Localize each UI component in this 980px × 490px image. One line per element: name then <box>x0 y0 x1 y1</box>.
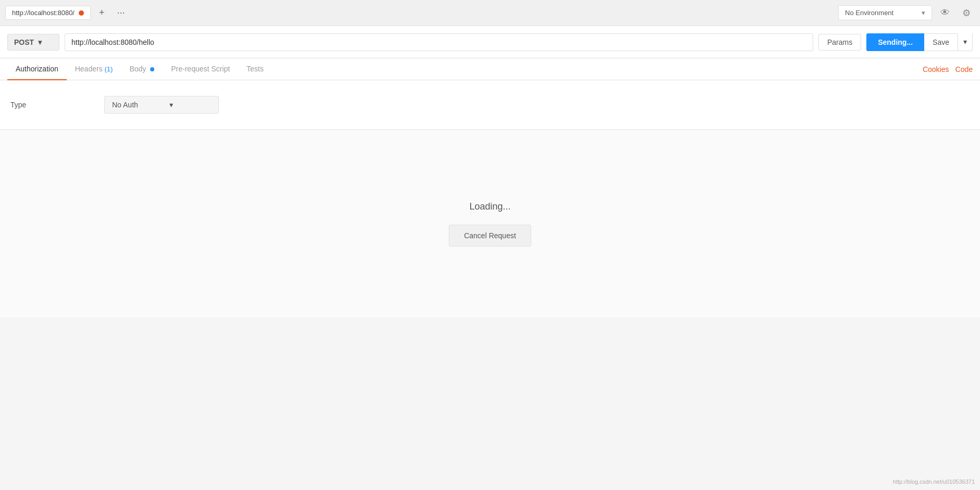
tab-body[interactable]: Body <box>121 58 163 80</box>
active-tab[interactable]: http://localhost:8080/ <box>5 6 91 20</box>
auth-type-value: No Auth <box>112 101 138 109</box>
headers-badge: (1) <box>105 65 113 73</box>
auth-type-dropdown[interactable]: No Auth ▾ <box>104 96 219 114</box>
tab-url-text: http://localhost:8080/ <box>12 9 75 17</box>
tab-prerequest[interactable]: Pre-request Script <box>163 58 238 80</box>
send-button[interactable]: Sending... <box>866 33 924 51</box>
cancel-request-button[interactable]: Cancel Request <box>449 225 531 247</box>
tab-status-dot <box>79 10 84 16</box>
response-area: Loading... Cancel Request <box>0 130 980 317</box>
environment-selector[interactable]: No Environment ▾ <box>838 5 932 20</box>
add-tab-button[interactable]: + <box>95 5 109 20</box>
eye-icon-button[interactable]: 👁 <box>936 4 954 21</box>
save-dropdown-button[interactable]: ▾ <box>958 33 973 51</box>
tab-prerequest-label: Pre-request Script <box>171 65 230 73</box>
code-link[interactable]: Code <box>956 65 973 74</box>
method-label: POST <box>14 38 34 46</box>
tab-tests[interactable]: Tests <box>238 58 272 80</box>
top-bar: http://localhost:8080/ + ··· No Environm… <box>0 0 980 26</box>
loading-text: Loading... <box>469 201 510 212</box>
tabs-right-actions: Cookies Code <box>923 65 973 74</box>
tab-authorization-label: Authorization <box>16 65 58 73</box>
send-save-group: Sending... Save ▾ <box>866 33 973 51</box>
auth-content: Type No Auth ▾ <box>0 80 980 130</box>
method-selector[interactable]: POST ▾ <box>7 34 59 51</box>
environment-label: No Environment <box>845 9 893 17</box>
auth-type-row: Type No Auth ▾ <box>10 96 970 114</box>
tab-headers-label: Headers <box>75 65 103 73</box>
save-group-top: Save ▾ <box>924 33 973 51</box>
cookies-link[interactable]: Cookies <box>923 65 949 74</box>
auth-type-label: Type <box>10 101 94 109</box>
url-input[interactable] <box>65 33 813 51</box>
auth-type-chevron-icon: ▾ <box>169 101 173 109</box>
save-button[interactable]: Save <box>924 33 958 51</box>
params-button[interactable]: Params <box>818 34 861 51</box>
gear-icon-button[interactable]: ⚙ <box>958 4 975 22</box>
save-group: Save ▾ <box>924 33 973 51</box>
tab-headers[interactable]: Headers (1) <box>67 58 121 80</box>
gear-icon: ⚙ <box>962 8 971 18</box>
eye-icon: 👁 <box>940 7 950 18</box>
tab-tests-label: Tests <box>247 65 264 73</box>
tab-body-label: Body <box>129 65 146 73</box>
body-active-dot <box>150 67 154 71</box>
request-bar: POST ▾ Params Sending... Save ▾ <box>0 26 980 58</box>
method-chevron-icon: ▾ <box>38 38 42 46</box>
tab-authorization[interactable]: Authorization <box>7 58 67 80</box>
chevron-down-icon: ▾ <box>922 9 925 17</box>
more-tabs-button[interactable]: ··· <box>113 5 129 20</box>
tabs-bar: Authorization Headers (1) Body Pre-reque… <box>0 58 980 80</box>
